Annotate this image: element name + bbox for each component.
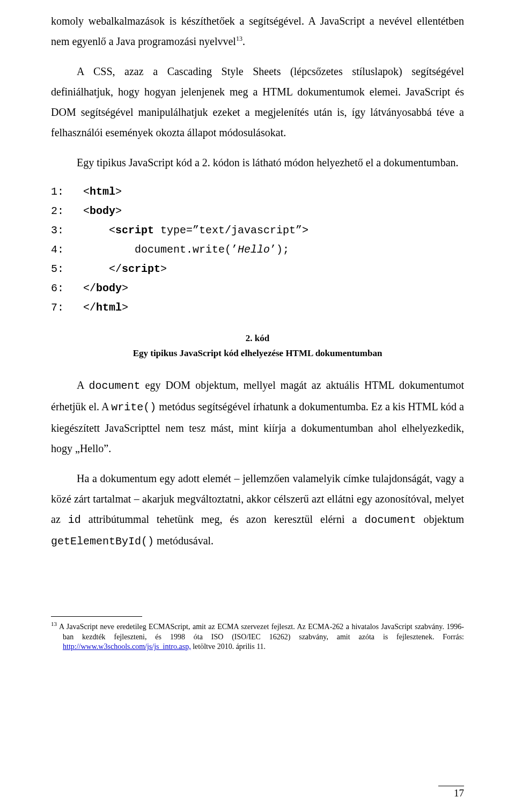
paragraph-2: A CSS, azaz a Cascading Style Sheets (lé… [51, 61, 464, 143]
line-number: 5: [51, 263, 64, 275]
paragraph-5: Ha a dokumentum egy adott elemét – jelle… [51, 468, 464, 552]
footnote-number: 13 [51, 621, 57, 627]
footnote-13: 13A JavaScript neve eredetileg ECMAScrip… [63, 620, 464, 652]
code-caption: 2. kód Egy tipikus JavaScript kód elhely… [51, 331, 464, 360]
text: komoly webalkalmazások is készíthetőek a… [51, 15, 464, 47]
document-page: komoly webalkalmazások is készíthetőek a… [0, 0, 515, 812]
code-line-4: 4: document.write(’Hello’); [51, 243, 289, 256]
code-line-2: 2: <body> [51, 205, 122, 217]
footnote-text: A JavaScript neve eredetileg ECMAScript,… [59, 623, 464, 641]
text: < [83, 186, 90, 198]
string-literal: Hello [238, 243, 270, 256]
line-number: 2: [51, 205, 64, 217]
footnote-ref-13: 13 [236, 35, 242, 42]
footnote-separator [51, 616, 142, 617]
text: ’); [270, 243, 289, 256]
tag-html: html [90, 186, 115, 198]
text: > [115, 205, 122, 217]
footnote-text-tail: letöltve 2010. április 11. [191, 643, 266, 651]
text: > [122, 282, 128, 294]
text: < [83, 205, 90, 217]
code-inline-write: write() [111, 401, 156, 414]
line-number: 3: [51, 224, 64, 237]
line-number: 1: [51, 186, 64, 198]
text: type=”text/javascript”> [154, 224, 308, 237]
text: objektum [416, 513, 464, 525]
line-number: 6: [51, 282, 64, 294]
code-inline-id: id [68, 514, 81, 526]
text: > [160, 263, 167, 275]
code-inline-document: document [89, 380, 140, 392]
code-line-5: 5: </script> [51, 263, 167, 275]
caption-text: Egy tipikus JavaScript kód elhelyezése H… [133, 348, 382, 358]
text: document.write(’ [135, 243, 238, 256]
tag-body-close: body [96, 282, 122, 294]
page-number-block: 17 [357, 786, 464, 799]
tag-html-close: html [96, 301, 122, 314]
text: < [109, 224, 115, 237]
text: </ [109, 263, 122, 275]
text: . [242, 35, 245, 47]
line-number: 4: [51, 243, 64, 256]
text: A [77, 379, 89, 391]
page-number: 17 [454, 787, 464, 799]
paragraph-3: Egy tipikus JavaScript kód a 2. kódon is… [51, 152, 464, 173]
line-number: 7: [51, 301, 64, 314]
text: metódusával. [154, 535, 214, 547]
paragraph-4: A document egy DOM objektum, mellyel mag… [51, 375, 464, 459]
text: attribútummal tehetünk meg, és azon kere… [81, 513, 365, 525]
code-line-6: 6: </body> [51, 282, 128, 294]
paragraph-1: komoly webalkalmazások is készíthetőek a… [51, 11, 464, 51]
caption-title: 2. kód [51, 331, 464, 345]
text: </ [83, 282, 96, 294]
code-inline-document2: document [364, 514, 416, 526]
tag-script-close: script [122, 263, 160, 275]
text: > [115, 186, 122, 198]
text: > [122, 301, 128, 314]
code-line-3: 3: <script type=”text/javascript”> [51, 224, 308, 237]
code-line-1: 1: <html> [51, 186, 122, 198]
tag-body: body [90, 205, 115, 217]
footnote-link[interactable]: http://www.w3schools.com/js/js_intro.asp… [63, 643, 191, 651]
page-number-rule [438, 786, 464, 786]
text: </ [83, 301, 96, 314]
code-line-7: 7: </html> [51, 301, 128, 314]
tag-script: script [115, 224, 154, 237]
code-listing: 1: <html> 2: <body> 3: <script type=”tex… [51, 182, 464, 318]
code-inline-getelementbyid: getElementById() [51, 535, 154, 548]
